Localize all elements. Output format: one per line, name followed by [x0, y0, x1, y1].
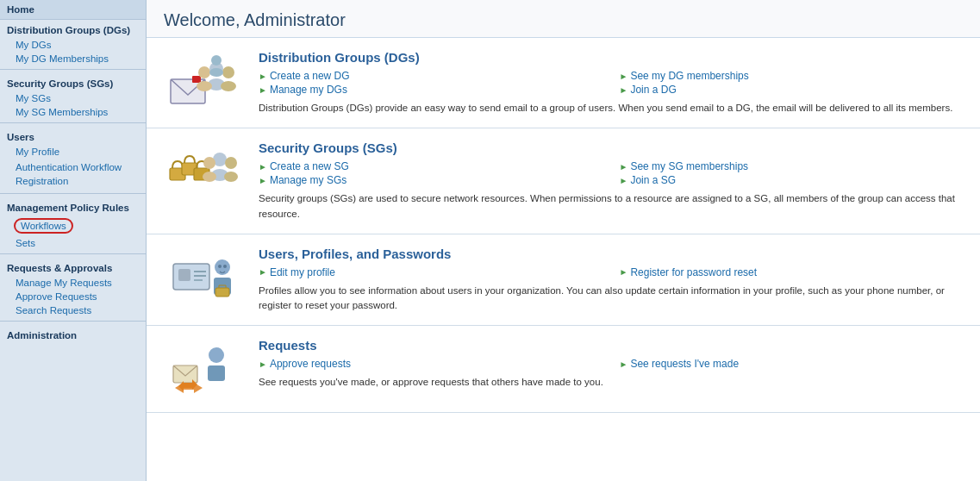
sg-title: Security Groups (SGs): [259, 141, 963, 155]
svg-point-29: [209, 347, 224, 363]
workflows-highlight-container: Workflows: [0, 216, 146, 236]
users-desc: Profiles allow you to see information ab…: [259, 284, 963, 314]
svg-point-5: [221, 81, 236, 91]
sidebar-home[interactable]: Home: [0, 0, 146, 20]
divider-1: [0, 69, 146, 70]
sidebar-header-mpr: Management Policy Rules: [0, 197, 146, 216]
manage-sg-link[interactable]: ►Manage my SGs: [259, 174, 602, 186]
arrow-icon: ►: [620, 72, 628, 81]
sidebar-header-sg: Security Groups (SGs): [0, 73, 146, 91]
sidebar-header-users: Users: [0, 127, 146, 145]
join-dg-link[interactable]: ►Join a DG: [620, 84, 964, 96]
dg-links: ►Create a new DG ►See my DG memberships …: [259, 70, 963, 96]
sg-desc: Security groups (SGs) are used to secure…: [259, 191, 963, 222]
sidebar-link-my-sgs[interactable]: My SGs: [0, 91, 146, 105]
sidebar-header-admin: Administration: [0, 325, 146, 343]
sidebar-link-my-profile[interactable]: My Profile: [0, 145, 146, 159]
requests-content: Requests ►Approve requests ►See requests…: [259, 338, 963, 390]
arrow-icon: ►: [259, 176, 267, 185]
join-sg-link[interactable]: ►Join a SG: [620, 174, 964, 186]
users-icon: [164, 247, 241, 309]
svg-point-7: [197, 81, 212, 91]
main-header: Welcome, Administrator: [147, 0, 980, 38]
divider-5: [0, 321, 146, 322]
sg-content: Security Groups (SGs) ►Create a new SG ►…: [259, 141, 963, 222]
divider-3: [0, 193, 146, 194]
arrow-icon: ►: [620, 176, 628, 185]
dg-desc: Distribution Groups (DGs) provide an eas…: [259, 101, 963, 116]
sidebar-link-my-dgs[interactable]: My DGs: [0, 38, 146, 52]
svg-point-8: [211, 55, 222, 66]
svg-point-17: [203, 157, 215, 169]
svg-rect-1: [192, 76, 201, 83]
sidebar-link-sets[interactable]: Sets: [0, 236, 146, 250]
svg-point-27: [223, 265, 227, 268]
arrow-icon: ►: [259, 162, 267, 172]
requests-title: Requests: [259, 338, 963, 353]
svg-point-26: [218, 265, 222, 268]
svg-rect-20: [178, 269, 190, 281]
sidebar-link-my-dg-memberships[interactable]: My DG Memberships: [0, 52, 146, 66]
sidebar-link-auth-workflow[interactable]: Authentication Workflow Registration: [0, 159, 146, 190]
manage-dg-link[interactable]: ►Manage my DGs: [259, 84, 602, 96]
sg-section: Security Groups (SGs) ►Create a new SG ►…: [147, 128, 980, 234]
users-links: ►Edit my profile ►Register for password …: [259, 266, 963, 278]
requests-links: ►Approve requests ►See requests I've mad…: [259, 358, 963, 370]
see-dg-link[interactable]: ►See my DG memberships: [620, 70, 964, 82]
approve-req-link[interactable]: ►Approve requests: [259, 358, 602, 370]
svg-point-4: [222, 66, 234, 78]
create-dg-link[interactable]: ►Create a new DG: [259, 70, 602, 82]
sg-links: ►Create a new SG ►See my SG memberships …: [259, 160, 963, 186]
svg-point-9: [209, 68, 223, 77]
svg-point-6: [198, 66, 210, 78]
dg-content: Distribution Groups (DGs) ►Create a new …: [259, 50, 963, 116]
svg-rect-28: [215, 288, 229, 297]
requests-icon: [164, 338, 241, 400]
sidebar-link-my-sg-memberships[interactable]: My SG Memberships: [0, 105, 146, 119]
create-sg-link[interactable]: ►Create a new SG: [259, 160, 602, 172]
main-content: Welcome, Administrator: [147, 0, 980, 481]
users-content: Users, Profiles, and Passwords ►Edit my …: [259, 247, 963, 314]
sidebar-link-manage-requests[interactable]: Manage My Requests: [0, 276, 146, 290]
see-requests-link[interactable]: ►See requests I've made: [620, 358, 964, 370]
arrow-icon: ►: [620, 359, 628, 369]
sg-icon: [164, 141, 241, 203]
arrow-icon: ►: [620, 162, 628, 172]
arrow-icon: ►: [259, 85, 267, 95]
sidebar-link-approve-requests[interactable]: Approve Requests: [0, 290, 146, 303]
divider-4: [0, 253, 146, 254]
arrow-icon: ►: [259, 267, 267, 277]
divider-2: [0, 122, 146, 123]
requests-section: Requests ►Approve requests ►See requests…: [147, 326, 980, 413]
users-title: Users, Profiles, and Passwords: [259, 247, 963, 261]
svg-point-15: [225, 157, 237, 169]
arrow-icon: ►: [259, 359, 267, 369]
svg-point-18: [203, 172, 216, 182]
see-sg-link[interactable]: ►See my SG memberships: [620, 160, 964, 172]
sidebar-link-workflows[interactable]: Workflows: [14, 218, 73, 234]
arrow-icon: ►: [620, 85, 628, 95]
dg-icon: [164, 50, 241, 112]
register-reset-link[interactable]: ►Register for password reset: [620, 266, 964, 278]
sidebar-header-dg: Distribution Groups (DGs): [0, 20, 146, 38]
svg-rect-30: [208, 365, 225, 381]
arrow-icon: ►: [259, 72, 267, 81]
sidebar-link-search-requests[interactable]: Search Requests: [0, 303, 146, 317]
sidebar: Home Distribution Groups (DGs) My DGs My…: [0, 0, 147, 481]
users-section: Users, Profiles, and Passwords ►Edit my …: [147, 234, 980, 327]
dg-title: Distribution Groups (DGs): [259, 50, 963, 65]
sidebar-header-requests: Requests & Approvals: [0, 258, 146, 276]
welcome-heading: Welcome, Administrator: [164, 10, 963, 30]
dg-section: Distribution Groups (DGs) ►Create a new …: [147, 38, 980, 128]
requests-desc: See requests you've made, or approve req…: [259, 375, 963, 390]
svg-point-16: [224, 172, 238, 182]
edit-profile-link[interactable]: ►Edit my profile: [259, 266, 602, 278]
arrow-icon: ►: [620, 267, 628, 277]
